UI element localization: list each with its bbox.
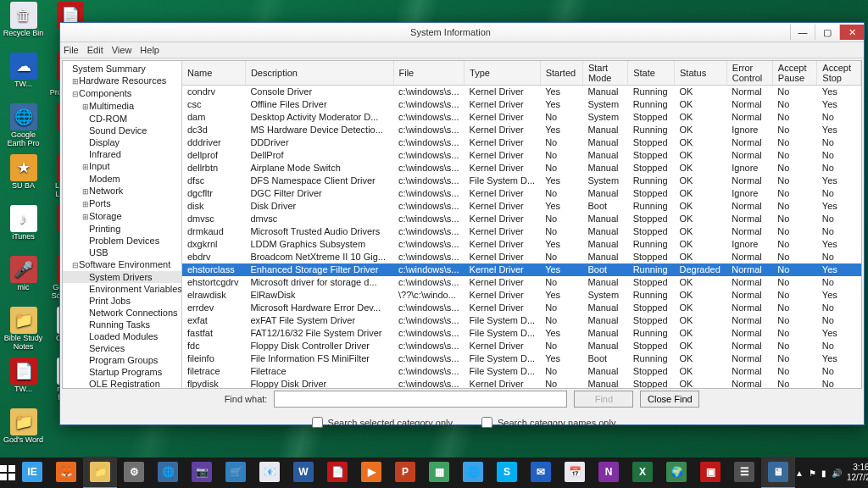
taskbar-icon[interactable]: 📅: [558, 457, 592, 488]
column-header[interactable]: State: [628, 61, 675, 86]
minimize-button[interactable]: —: [790, 25, 815, 40]
taskbar-icon[interactable]: IE: [15, 457, 49, 488]
column-header[interactable]: Accept Pause: [772, 61, 817, 86]
taskbar-icon[interactable]: 🌐: [151, 457, 185, 488]
column-header[interactable]: Start Mode: [582, 61, 627, 86]
find-button[interactable]: Find: [574, 391, 633, 408]
action-center-icon[interactable]: ⚑: [809, 469, 816, 478]
taskbar-icon[interactable]: ▣: [693, 457, 727, 488]
volume-icon[interactable]: 🔊: [832, 469, 842, 478]
menu-view[interactable]: View: [112, 45, 132, 55]
desktop-icon[interactable]: 📁God's Word: [0, 407, 47, 458]
tree-node[interactable]: Modem: [63, 173, 181, 185]
taskbar-icon[interactable]: 📧: [253, 457, 287, 488]
table-row[interactable]: diskDisk Driverc:\windows\s...Kernel Dri…: [182, 200, 861, 213]
desktop-icon[interactable]: ♪iTunes: [0, 203, 47, 254]
taskbar-icon[interactable]: ▶: [354, 457, 388, 488]
table-row[interactable]: fdcFloppy Disk Controller Driverc:\windo…: [182, 340, 861, 352]
maximize-button[interactable]: ▢: [815, 25, 839, 40]
desktop-icon[interactable]: 🎤mic: [0, 254, 47, 305]
tree-node[interactable]: Sound Device: [63, 125, 181, 136]
taskbar-icon[interactable]: S: [490, 457, 524, 488]
system-tray[interactable]: ▲ ⚑ ▮ 🔊 3:16 PM 12/7/2017: [795, 463, 868, 483]
taskbar-icon[interactable]: ⚙: [117, 457, 151, 488]
menu-help[interactable]: Help: [140, 45, 159, 55]
tree-node[interactable]: System Drivers: [63, 271, 181, 283]
column-header[interactable]: Name: [182, 61, 245, 86]
taskbar-icon[interactable]: ▦: [422, 457, 456, 488]
table-row[interactable]: flpydiskFloppy Disk Driverc:\windows\s..…: [182, 378, 861, 388]
clock[interactable]: 3:16 PM 12/7/2017: [847, 463, 868, 483]
table-row[interactable]: elrawdiskElRawDisk\??\c:\windo...Kernel …: [182, 289, 861, 302]
start-button[interactable]: [0, 458, 15, 488]
taskbar-icon[interactable]: 📷: [185, 457, 219, 488]
tree-node[interactable]: System Summary: [63, 63, 181, 75]
table-row[interactable]: exfatexFAT File System Driverc:\windows\…: [182, 314, 861, 327]
taskbar-icon[interactable]: 📄: [320, 457, 354, 488]
table-row[interactable]: drmkaudMicrosoft Trusted Audio Driversc:…: [182, 225, 861, 238]
menu-edit[interactable]: Edit: [87, 45, 103, 55]
find-input[interactable]: [274, 391, 567, 408]
tree-node[interactable]: Network Connections: [63, 307, 181, 319]
tree-node[interactable]: ⊟Components: [63, 87, 181, 100]
taskbar-icon[interactable]: 🦊: [49, 457, 83, 488]
table-row[interactable]: dddriverDDDriverc:\windows\s...Kernel Dr…: [182, 136, 861, 149]
column-header[interactable]: File: [393, 61, 465, 86]
tray-chevron-icon[interactable]: ▲: [795, 469, 804, 478]
titlebar[interactable]: System Information — ▢ ✕: [60, 23, 864, 42]
desktop-icon[interactable]: ☁TW...: [0, 51, 47, 102]
taskbar-icon[interactable]: W: [287, 457, 320, 488]
tree-node[interactable]: ⊞Multimedia: [63, 100, 181, 113]
menu-file[interactable]: File: [64, 45, 79, 55]
tree-node[interactable]: ⊞Network: [63, 185, 181, 197]
table-row[interactable]: condrvConsole Driverc:\windows\s...Kerne…: [182, 86, 861, 99]
tree-node[interactable]: Services: [63, 342, 181, 354]
table-row[interactable]: dfscDFS Namespace Client Driverc:\window…: [182, 175, 861, 187]
table-row[interactable]: dxgkrnlLDDM Graphics Subsystemc:\windows…: [182, 238, 861, 251]
tree-node[interactable]: OLE Registration: [63, 378, 181, 388]
taskbar-icon[interactable]: 📁: [83, 457, 117, 488]
column-header[interactable]: Type: [465, 61, 541, 86]
search-names-checkbox[interactable]: Search category names only: [478, 414, 615, 430]
column-header[interactable]: Started: [540, 61, 582, 86]
tree-node[interactable]: Running Tasks: [63, 319, 181, 330]
table-row[interactable]: errdevMicrosoft Hardware Error Dev...c:\…: [182, 302, 861, 314]
table-row[interactable]: ehstortcgdrvMicrosoft driver for storage…: [182, 276, 861, 289]
drivers-grid[interactable]: NameDescriptionFileTypeStartedStart Mode…: [182, 61, 861, 388]
taskbar-icon[interactable]: 🌍: [659, 457, 693, 488]
tree-node[interactable]: CD-ROM: [63, 113, 181, 125]
tree-node[interactable]: Display: [63, 136, 181, 148]
desktop-icon[interactable]: 🗑Recycle Bin: [0, 0, 47, 51]
table-row[interactable]: ehstorclassEnhanced Storage Filter Drive…: [182, 263, 861, 276]
table-row[interactable]: dellprofDellProfc:\windows\s...Kernel Dr…: [182, 149, 861, 162]
tree-node[interactable]: ⊞Hardware Resources: [63, 75, 181, 87]
tree-node[interactable]: Startup Programs: [63, 366, 181, 378]
desktop-icon[interactable]: ★SU BA: [0, 152, 47, 203]
table-row[interactable]: filetraceFiletracec:\windows\s...File Sy…: [182, 365, 861, 378]
tree-node[interactable]: Program Groups: [63, 354, 181, 366]
tree-node[interactable]: ⊞Input: [63, 160, 181, 173]
table-row[interactable]: fileinfoFile Information FS MiniFilterc:…: [182, 352, 861, 365]
taskbar-icon[interactable]: ☰: [727, 457, 761, 488]
tree-node[interactable]: Printing: [63, 223, 181, 235]
taskbar-icon[interactable]: 🌐: [456, 457, 490, 488]
taskbar-icon[interactable]: N: [592, 457, 626, 488]
taskbar-icon[interactable]: 🖥: [761, 457, 795, 488]
table-row[interactable]: cscOffline Files Driverc:\windows\s...Ke…: [182, 98, 861, 111]
table-row[interactable]: dgcfltrDGC Filter Driverc:\windows\s...K…: [182, 187, 861, 200]
tree-node[interactable]: ⊟Software Environment: [63, 258, 181, 271]
tree-node[interactable]: Print Jobs: [63, 295, 181, 307]
tree-node[interactable]: USB: [63, 247, 181, 258]
nav-tree[interactable]: System Summary⊞Hardware Resources⊟Compon…: [63, 61, 182, 388]
search-selected-checkbox[interactable]: Search selected category only: [309, 414, 453, 430]
network-icon[interactable]: ▮: [821, 469, 826, 478]
close-button[interactable]: ✕: [839, 25, 864, 40]
table-row[interactable]: damDesktop Activity Moderator D...c:\win…: [182, 111, 861, 124]
taskbar-icon[interactable]: 🛒: [219, 457, 253, 488]
close-find-button[interactable]: Close Find: [640, 391, 699, 408]
column-header[interactable]: Error Control: [726, 61, 772, 86]
column-header[interactable]: Status: [675, 61, 727, 86]
tree-node[interactable]: Loaded Modules: [63, 330, 181, 342]
table-row[interactable]: ebdrvBroadcom NetXtreme II 10 Gig...c:\w…: [182, 251, 861, 263]
tree-node[interactable]: Infrared: [63, 148, 181, 160]
